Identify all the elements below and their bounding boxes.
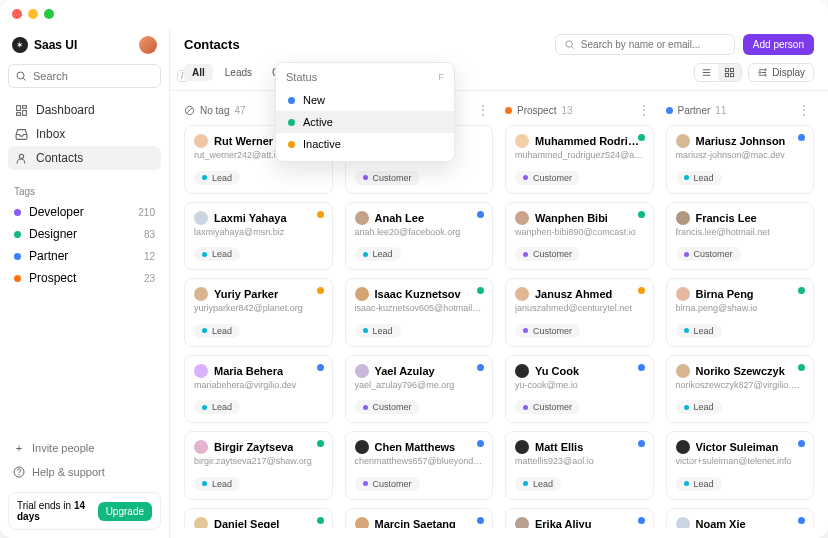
badge-dot-icon xyxy=(202,481,207,486)
trial-box: Trial ends in 14 days Upgrade xyxy=(8,492,161,530)
tag-item-partner[interactable]: Partner12 xyxy=(8,245,161,267)
contact-card[interactable]: Yuriy Parkeryuriyparker842@planet.orgLea… xyxy=(184,278,333,347)
contact-card[interactable]: Birna Pengbirna.peng@shaw.ioLead xyxy=(666,278,815,347)
svg-rect-5 xyxy=(16,112,20,115)
plus-icon: + xyxy=(12,441,26,455)
sidebar-item-inbox[interactable]: Inbox xyxy=(8,122,161,146)
contact-search-input[interactable] xyxy=(581,39,726,50)
status-indicator-icon xyxy=(317,364,324,371)
view-segment xyxy=(694,63,742,82)
help-support-link[interactable]: Help & support xyxy=(8,460,161,484)
badge-dot-icon xyxy=(523,328,528,333)
sidebar-search[interactable]: / xyxy=(8,64,161,88)
list-view-button[interactable] xyxy=(695,64,718,81)
contact-avatar xyxy=(194,517,208,529)
sidebar-item-contacts[interactable]: Contacts xyxy=(8,146,161,170)
badge-dot-icon xyxy=(523,405,528,410)
contact-card[interactable]: Noam Xienoam+xie@bol.ioCustomer xyxy=(666,508,815,529)
svg-line-1 xyxy=(23,78,25,80)
board-column: No tag 47⋮Rut Wernerrut_werner242@att.in… xyxy=(184,101,333,528)
filter-popover-input[interactable] xyxy=(286,71,439,83)
add-person-button[interactable]: Add person xyxy=(743,34,814,55)
no-tag-icon xyxy=(184,105,195,116)
contact-name: Erika Aliyu xyxy=(535,518,591,529)
contact-card[interactable]: Wanphen Bibiwanphen-bibi890@comcast.ioCu… xyxy=(505,202,654,271)
window-close-icon[interactable] xyxy=(12,9,22,19)
contact-email: chenmatthews657@blueyonder.com xyxy=(355,456,484,466)
contact-card[interactable]: Janusz Ahmedjanuszahmed@centurytel.netCu… xyxy=(505,278,654,347)
type-badge: Lead xyxy=(676,477,722,491)
contact-search[interactable] xyxy=(555,34,735,55)
contact-card[interactable]: Marcin Saetangmarcin-saetang@gmail.bizLe… xyxy=(345,508,494,529)
badge-dot-icon xyxy=(363,481,368,486)
contact-card[interactable]: Laxmi Yahayalaxmiyahaya@msn.bizLead xyxy=(184,202,333,271)
contact-avatar xyxy=(355,517,369,529)
contact-card[interactable]: Daniel Segeldanielsegel@aim.devCustomer xyxy=(184,508,333,529)
column-menu-button[interactable]: ⋮ xyxy=(794,103,814,117)
column-count: 47 xyxy=(234,105,245,116)
contact-card[interactable]: Maria Beheramariabehera@virgilio.devLead xyxy=(184,355,333,424)
contact-avatar xyxy=(194,134,208,148)
tag-dot-icon xyxy=(14,253,21,260)
contact-card[interactable]: Mariusz Johnsonmariusz-johnson@mac.devLe… xyxy=(666,125,815,194)
contact-email: mariusz-johnson@mac.dev xyxy=(676,150,805,160)
contact-card[interactable]: Victor Suleimanvictor+suleiman@telenet.i… xyxy=(666,431,815,500)
status-indicator-icon xyxy=(798,287,805,294)
contact-card[interactable]: Francis Leefrancis.lee@hotmail.netCustom… xyxy=(666,202,815,271)
contact-email: yu-cook@me.io xyxy=(515,380,644,390)
contact-name: Birgir Zaytseva xyxy=(214,441,293,453)
upgrade-button[interactable]: Upgrade xyxy=(98,502,152,521)
contact-email: laxmiyahaya@msn.biz xyxy=(194,227,323,237)
type-badge: Customer xyxy=(355,477,420,491)
contact-avatar xyxy=(515,287,529,301)
display-button-label: Display xyxy=(772,67,805,78)
window-maximize-icon[interactable] xyxy=(44,9,54,19)
contact-card[interactable]: Muhammed Rodriguezmuhammed_rodriguez524@… xyxy=(505,125,654,194)
contact-card[interactable]: Erika Aliyuerika-aliyu@outlook.comLead xyxy=(505,508,654,529)
tag-count: 23 xyxy=(144,273,155,284)
contact-card[interactable]: Yu Cookyu-cook@me.ioCustomer xyxy=(505,355,654,424)
contact-email: muhammed_rodriguez524@arcor.org xyxy=(515,150,644,160)
contact-avatar xyxy=(355,211,369,225)
tag-item-prospect[interactable]: Prospect23 xyxy=(8,267,161,289)
column-menu-button[interactable]: ⋮ xyxy=(634,103,654,117)
tab-leads[interactable]: Leads xyxy=(217,64,260,81)
nav-label: Contacts xyxy=(36,151,83,165)
status-indicator-icon xyxy=(798,440,805,447)
contact-card[interactable]: Anah Leeanah.lee20@facebook.orgLead xyxy=(345,202,494,271)
filter-option-label: New xyxy=(303,94,325,106)
column-dot-icon xyxy=(666,107,673,114)
tag-dot-icon xyxy=(14,275,21,282)
user-avatar[interactable] xyxy=(139,36,157,54)
contact-name: Chen Matthews xyxy=(375,441,456,453)
window-minimize-icon[interactable] xyxy=(28,9,38,19)
filter-option-new[interactable]: New xyxy=(276,89,454,111)
filter-option-inactive[interactable]: Inactive xyxy=(276,133,454,155)
column-title: No tag xyxy=(200,105,229,116)
contact-card[interactable]: Birgir Zaytsevabirgir.zaytseva217@shaw.o… xyxy=(184,431,333,500)
contact-card[interactable]: Noriko Szewczyknorikoszewczyk827@virgili… xyxy=(666,355,815,424)
sidebar-search-input[interactable] xyxy=(33,70,171,82)
tag-label: Designer xyxy=(29,227,77,241)
trial-text: Trial ends in 14 days xyxy=(17,500,98,522)
contact-card[interactable]: Chen Matthewschenmatthews657@blueyonder.… xyxy=(345,431,494,500)
tag-item-designer[interactable]: Designer83 xyxy=(8,223,161,245)
contact-card[interactable]: Matt Ellismattellis923@aol.ioLead xyxy=(505,431,654,500)
contact-email: anah.lee20@facebook.org xyxy=(355,227,484,237)
svg-point-9 xyxy=(566,41,572,47)
tag-item-developer[interactable]: Developer210 xyxy=(8,201,161,223)
status-dot-icon xyxy=(288,141,295,148)
column-dot-icon xyxy=(505,107,512,114)
grid-view-button[interactable] xyxy=(718,64,741,81)
type-badge: Customer xyxy=(515,171,580,185)
contact-card[interactable]: Isaac Kuznetsovisaac-kuznetsov605@hotmai… xyxy=(345,278,494,347)
badge-dot-icon xyxy=(202,328,207,333)
sidebar-item-dashboard[interactable]: Dashboard xyxy=(8,98,161,122)
column-menu-button[interactable]: ⋮ xyxy=(473,103,493,117)
display-button[interactable]: Display xyxy=(748,63,814,82)
invite-people-link[interactable]: + Invite people xyxy=(8,436,161,460)
contact-card[interactable]: Yael Azulayyael_azulay796@me.orgCustomer xyxy=(345,355,494,424)
dashboard-icon xyxy=(14,103,28,117)
filter-option-active[interactable]: Active xyxy=(276,111,454,133)
tab-all[interactable]: All xyxy=(184,64,213,81)
